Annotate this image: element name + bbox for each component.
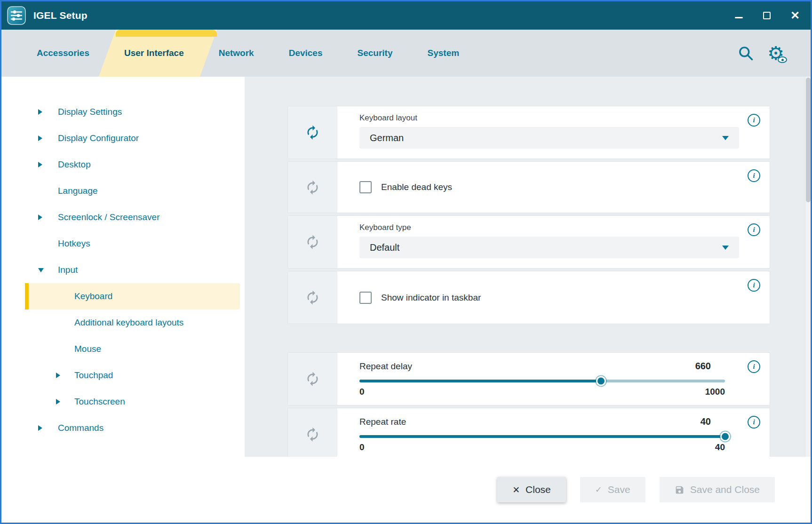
sidebar-item-language[interactable]: Language xyxy=(25,178,240,204)
check-icon: ✓ xyxy=(595,484,602,495)
expand-arrow-icon[interactable] xyxy=(38,135,42,141)
sidebar-item-label: Display Settings xyxy=(58,107,122,117)
sidebar-item-display-settings[interactable]: Display Settings xyxy=(25,99,240,125)
sidebar-item-hotkeys[interactable]: Hotkeys xyxy=(25,230,240,257)
reset-to-default-button[interactable] xyxy=(288,408,337,457)
close-button[interactable]: ✕ Close xyxy=(497,477,566,502)
sidebar-item-additional-keyboard-layouts[interactable]: Additional keyboard layouts xyxy=(25,310,240,336)
save-button-label: Save xyxy=(608,484,630,495)
selected-value: German xyxy=(370,133,404,143)
tabs: Accessories User Interface Network Devic… xyxy=(1,30,477,77)
reset-to-default-button[interactable] xyxy=(288,271,337,324)
sidebar-item-label: Display Configurator xyxy=(58,133,139,143)
checkbox-label: Enable dead keys xyxy=(381,182,452,192)
save-button[interactable]: ✓ Save xyxy=(580,477,645,502)
reset-icon xyxy=(305,371,320,387)
reset-icon xyxy=(305,234,320,250)
info-icon[interactable]: i xyxy=(748,169,760,182)
show-indicator-checkbox[interactable] xyxy=(359,292,372,304)
sidebar-item-label: Touchscreen xyxy=(74,397,125,407)
reset-to-default-button[interactable] xyxy=(288,216,337,268)
info-icon[interactable]: i xyxy=(748,360,760,373)
settings-panel: Keyboard layout German i Enable dead key… xyxy=(245,77,811,457)
setting-body: Keyboard layout German xyxy=(337,106,770,159)
settings-tree-sidebar: Display Settings Display Configurator De… xyxy=(1,77,245,457)
reset-icon xyxy=(305,125,320,140)
tab-devices[interactable]: Devices xyxy=(271,30,340,77)
sidebar-item-screenlock-screensaver[interactable]: Screenlock / Screensaver xyxy=(25,204,240,230)
sidebar-item-touchscreen[interactable]: Touchscreen xyxy=(25,389,240,415)
sidebar-item-input[interactable]: Input xyxy=(25,257,240,283)
chevron-down-icon xyxy=(722,136,729,140)
setting-card-show-indicator: Show indicator in taskbar i xyxy=(287,271,770,324)
close-icon: ✕ xyxy=(790,10,800,21)
info-icon[interactable]: i xyxy=(748,416,760,429)
app-logo-icon xyxy=(7,6,26,25)
info-icon[interactable]: i xyxy=(748,114,760,127)
sidebar-item-label: Desktop xyxy=(58,159,91,170)
sidebar-item-desktop[interactable]: Desktop xyxy=(25,151,240,178)
tab-security[interactable]: Security xyxy=(340,30,410,77)
sidebar-item-label: Mouse xyxy=(74,344,101,354)
sidebar-item-label: Input xyxy=(58,265,78,275)
sidebar-item-commands[interactable]: Commands xyxy=(25,415,240,441)
sidebar-item-label: Screenlock / Screensaver xyxy=(58,212,160,222)
slider-min: 0 xyxy=(359,387,365,397)
enable-dead-keys-checkbox[interactable] xyxy=(359,181,372,193)
reset-to-default-button[interactable] xyxy=(288,353,337,405)
chevron-down-icon xyxy=(722,246,729,250)
reset-to-default-button[interactable] xyxy=(288,162,337,213)
close-window-button[interactable]: ✕ xyxy=(784,5,806,26)
tab-accessories[interactable]: Accessories xyxy=(19,30,107,77)
slider-handle[interactable] xyxy=(720,432,730,442)
expand-arrow-icon[interactable] xyxy=(38,425,42,431)
info-icon[interactable]: i xyxy=(748,279,760,292)
slider-max: 1000 xyxy=(705,387,725,397)
setting-body: Repeat delay 660 0 1000 xyxy=(337,353,770,405)
search-icon xyxy=(737,45,754,62)
reset-to-default-button[interactable] xyxy=(288,106,337,159)
slider-handle[interactable] xyxy=(596,376,606,386)
expand-arrow-icon[interactable] xyxy=(38,162,42,167)
tab-system[interactable]: System xyxy=(410,30,477,77)
maximize-icon xyxy=(763,12,771,19)
keyboard-layout-select[interactable]: German xyxy=(359,127,739,149)
collapse-arrow-icon[interactable] xyxy=(38,268,44,272)
search-button[interactable] xyxy=(737,45,754,62)
expand-arrow-icon[interactable] xyxy=(56,373,60,378)
igel-setup-window: IGEL Setup ✕ Accessories User Interface … xyxy=(0,0,812,524)
slider-range: 0 1000 xyxy=(359,387,725,397)
repeat-delay-slider[interactable] xyxy=(359,380,725,382)
slider-header: Repeat rate 40 xyxy=(359,416,725,427)
info-icon[interactable]: i xyxy=(748,223,760,236)
save-and-close-button[interactable]: Save and Close xyxy=(660,477,775,502)
expand-arrow-icon[interactable] xyxy=(38,214,42,220)
slider-max: 40 xyxy=(715,442,725,453)
maximize-button[interactable] xyxy=(756,5,778,26)
sidebar-item-touchpad[interactable]: Touchpad xyxy=(25,362,240,389)
gear-icon: ⚙ xyxy=(767,44,784,63)
tab-bar: Accessories User Interface Network Devic… xyxy=(1,30,811,77)
sidebar-item-label: Commands xyxy=(58,423,103,433)
reset-icon xyxy=(305,290,320,305)
window-controls: ✕ xyxy=(728,5,806,26)
reset-icon xyxy=(305,427,320,442)
scrollbar[interactable] xyxy=(805,77,811,457)
setting-label: Keyboard type xyxy=(359,223,739,232)
setting-body: Repeat rate 40 0 40 xyxy=(337,408,770,457)
expand-arrow-icon[interactable] xyxy=(38,109,42,115)
tab-network[interactable]: Network xyxy=(201,30,271,77)
minimize-icon xyxy=(735,17,743,18)
sidebar-item-mouse[interactable]: Mouse xyxy=(25,336,240,362)
settings-visibility-button[interactable]: ⚙ xyxy=(767,44,784,63)
keyboard-type-select[interactable]: Default xyxy=(359,237,739,258)
sidebar-item-display-configurator[interactable]: Display Configurator xyxy=(25,125,240,151)
expand-arrow-icon[interactable] xyxy=(56,399,60,405)
repeat-rate-slider[interactable] xyxy=(359,435,725,438)
sidebar-item-keyboard[interactable]: Keyboard xyxy=(25,283,240,310)
scrollbar-thumb[interactable] xyxy=(806,78,811,202)
slider-current-value: 660 xyxy=(695,361,725,372)
tab-user-interface[interactable]: User Interface xyxy=(107,30,201,77)
eye-icon xyxy=(778,56,787,63)
minimize-button[interactable] xyxy=(728,5,749,26)
